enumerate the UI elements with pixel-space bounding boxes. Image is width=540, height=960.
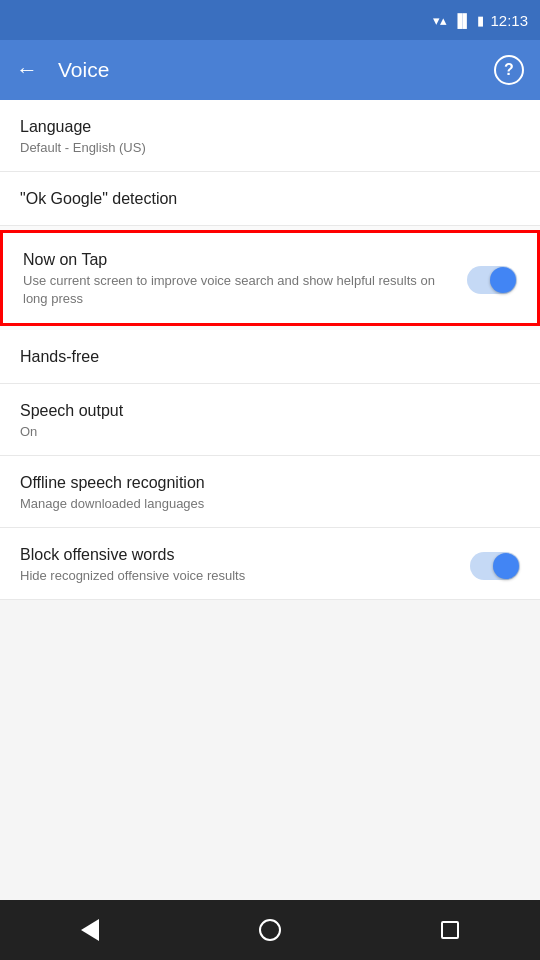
hands-free-title: Hands-free bbox=[20, 348, 520, 366]
language-subtitle: Default - English (US) bbox=[20, 139, 520, 157]
back-triangle-icon bbox=[81, 919, 99, 941]
block-offensive-subtitle: Hide recognized offensive voice results bbox=[20, 567, 458, 585]
now-on-tap-title: Now on Tap bbox=[23, 251, 455, 269]
ok-google-item[interactable]: "Ok Google" detection bbox=[0, 172, 540, 226]
wifi-icon: ▾▴ bbox=[433, 13, 447, 28]
speech-output-item[interactable]: Speech output On bbox=[0, 384, 540, 456]
now-on-tap-subtitle: Use current screen to improve voice sear… bbox=[23, 272, 455, 308]
app-bar: ← Voice ? bbox=[0, 40, 540, 100]
block-offensive-toggle[interactable] bbox=[470, 552, 520, 580]
battery-icon: ▮ bbox=[477, 13, 484, 28]
hands-free-item[interactable]: Hands-free bbox=[0, 330, 540, 384]
block-offensive-knob bbox=[493, 553, 519, 579]
nav-recent-button[interactable] bbox=[420, 910, 480, 950]
block-offensive-item[interactable]: Block offensive words Hide recognized of… bbox=[0, 528, 540, 600]
nav-home-button[interactable] bbox=[240, 910, 300, 950]
offline-speech-title: Offline speech recognition bbox=[20, 474, 520, 492]
now-on-tap-item[interactable]: Now on Tap Use current screen to improve… bbox=[0, 230, 540, 325]
nav-back-button[interactable] bbox=[60, 910, 120, 950]
bottom-navigation bbox=[0, 900, 540, 960]
speech-output-title: Speech output bbox=[20, 402, 520, 420]
settings-content: Language Default - English (US) "Ok Goog… bbox=[0, 100, 540, 600]
signal-icon: ▐▌ bbox=[453, 13, 471, 28]
status-bar: ▾▴ ▐▌ ▮ 12:13 bbox=[0, 0, 540, 40]
block-offensive-title: Block offensive words bbox=[20, 546, 458, 564]
ok-google-title: "Ok Google" detection bbox=[20, 190, 520, 208]
recent-square-icon bbox=[441, 921, 459, 939]
back-button[interactable]: ← bbox=[16, 57, 38, 83]
toggle-knob bbox=[490, 267, 516, 293]
now-on-tap-toggle[interactable] bbox=[467, 266, 517, 294]
speech-output-subtitle: On bbox=[20, 423, 520, 441]
offline-speech-subtitle: Manage downloaded languages bbox=[20, 495, 520, 513]
help-button[interactable]: ? bbox=[494, 55, 524, 85]
language-title: Language bbox=[20, 118, 520, 136]
language-item[interactable]: Language Default - English (US) bbox=[0, 100, 540, 172]
status-time: 12:13 bbox=[490, 12, 528, 29]
offline-speech-item[interactable]: Offline speech recognition Manage downlo… bbox=[0, 456, 540, 528]
home-circle-icon bbox=[259, 919, 281, 941]
page-title: Voice bbox=[58, 58, 474, 82]
